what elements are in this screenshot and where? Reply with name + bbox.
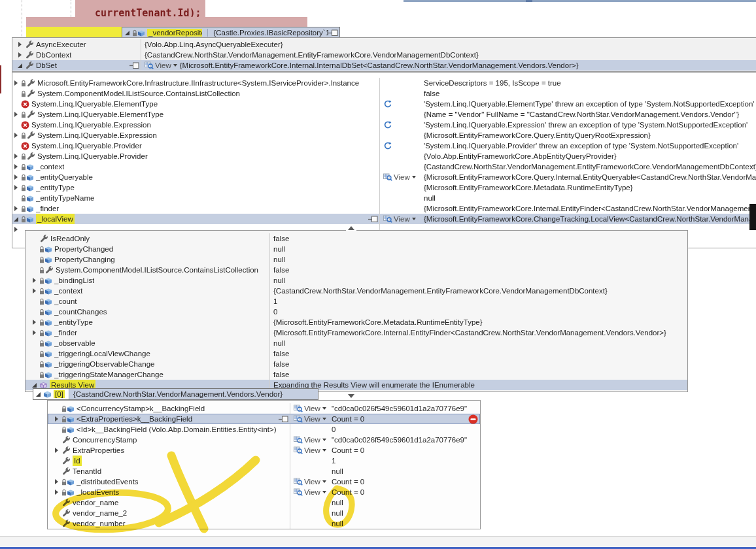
wrench-icon [61, 457, 71, 465]
tree-row-_bindinglist[interactable]: _bindingListnull [26, 275, 687, 286]
tree-row-dbset[interactable]: DbSetView{Microsoft.EntityFrameworkCore.… [12, 60, 756, 71]
view-link[interactable]: View [145, 60, 177, 71]
expander-collapsed-icon[interactable] [14, 133, 21, 138]
chevron-down-icon[interactable] [322, 407, 326, 410]
tree-row-_countchanges[interactable]: _countChanges0 [26, 307, 687, 317]
top-splitter-nub[interactable] [526, 0, 532, 2]
expander-collapsed-icon[interactable] [32, 320, 39, 325]
expander-collapsed-icon[interactable] [14, 227, 21, 232]
expander-collapsed-icon[interactable] [14, 206, 21, 211]
chevron-down-icon[interactable] [412, 176, 416, 178]
datatip-result-item[interactable]: [0] {CastandCrew.NorthStar.VendorManagem… [33, 388, 318, 400]
tree-row--concurrencystamp-k__backingfield[interactable]: <ConcurrencyStamp>k__BackingFieldView"cd… [48, 403, 480, 414]
view-link[interactable]: View [294, 403, 326, 414]
view-link[interactable]: View [294, 435, 326, 445]
tree-row-_finder[interactable]: _finder{Microsoft.EntityFrameworkCore.In… [12, 203, 756, 214]
lock-field-icon [39, 256, 52, 264]
tree-row-_entitytypename[interactable]: _entityTypeNamenull [12, 193, 756, 203]
tree-row-tenantid[interactable]: TenantIdnull [48, 466, 480, 476]
expander-collapsed-icon[interactable] [54, 448, 61, 453]
refresh-icon[interactable] [383, 142, 392, 150]
tree-row-system-linq-iqueryable-expression[interactable]: System.Linq.IQueryable.Expression'System… [12, 120, 756, 130]
pin-icon[interactable] [279, 416, 288, 423]
tree-row-concurrencystamp[interactable]: ConcurrencyStampView"cd0ca0c026f549c5960… [48, 435, 480, 445]
tree-row-_finder[interactable]: _finder{Microsoft.EntityFrameworkCore.In… [26, 327, 687, 338]
chevron-down-icon[interactable] [322, 439, 326, 441]
tree-row-_entitytype[interactable]: _entityType{Microsoft.EntityFrameworkCor… [12, 182, 756, 193]
expander-collapsed-icon[interactable] [32, 330, 39, 335]
expander-collapsed-icon[interactable] [18, 42, 25, 47]
expander-collapsed-icon[interactable] [14, 80, 21, 86]
expander-collapsed-icon[interactable] [18, 52, 25, 58]
tree-row-asyncexecuter[interactable]: AsyncExecuter{Volo.Abp.Linq.AsyncQueryab… [12, 39, 756, 50]
tree-row-_context[interactable]: _context{CastandCrew.NorthStar.VendorMan… [12, 161, 756, 172]
tree-row-_localview[interactable]: _localViewView{Microsoft.EntityFramework… [12, 214, 756, 224]
view-link[interactable]: View [294, 487, 326, 497]
tree-row--extraproperties-k__backingfield[interactable]: <ExtraProperties>k__BackingFieldViewCoun… [48, 414, 480, 424]
tree-row-system-componentmodel-ilistsource-containslistcollection[interactable]: System.ComponentModel.IListSource.Contai… [26, 265, 687, 275]
view-link[interactable]: View [294, 445, 326, 456]
expander-expanded-icon[interactable] [14, 217, 21, 222]
refresh-icon[interactable] [383, 100, 392, 108]
expander-collapsed-icon[interactable] [54, 479, 61, 484]
datatip-scroll-up[interactable] [346, 225, 356, 231]
expander-expanded-icon[interactable] [18, 63, 25, 68]
expander-collapsed-icon[interactable] [54, 416, 61, 422]
tree-row-vendor_name_2[interactable]: vendor_name_2null [48, 508, 480, 518]
chevron-down-icon[interactable] [412, 218, 416, 220]
member-value: {Microsoft.EntityFrameworkCore.Internal.… [180, 60, 579, 71]
expander-collapsed-icon[interactable] [14, 175, 21, 180]
tree-row--id-k__backingfield-volo-abp-domain-entities-entity-int-[interactable]: <Id>k__BackingField (Volo.Abp.Domain.Ent… [48, 424, 480, 435]
view-link[interactable]: View [383, 172, 416, 182]
tree-row-propertychanged[interactable]: PropertyChangednull [26, 244, 687, 254]
tree-row-_observable[interactable]: _observablenull [26, 338, 687, 348]
view-link[interactable]: View [383, 214, 416, 224]
remove-icon[interactable] [468, 414, 478, 424]
tree-row-microsoft-entityframeworkcore-infrastructure-iinfrastructure-system-iserviceprovider-instance[interactable]: Microsoft.EntityFrameworkCore.Infrastruc… [12, 78, 756, 88]
tree-row-system-linq-iqueryable-expression[interactable]: System.Linq.IQueryable.Expression{Micros… [12, 130, 756, 141]
view-link[interactable]: View [294, 414, 326, 424]
tree-row-_triggeringobservablechange[interactable]: _triggeringObservableChangefalse [26, 359, 687, 369]
tree-row-id[interactable]: Id1 [48, 456, 480, 466]
tree-row-system-linq-iqueryable-elementtype[interactable]: System.Linq.IQueryable.ElementType{Name … [12, 109, 756, 120]
expander-expanded-icon[interactable] [125, 31, 132, 35]
view-link[interactable]: View [294, 476, 326, 487]
expander-expanded-icon[interactable] [36, 392, 43, 397]
tree-row-dbcontext[interactable]: DbContext{CastandCrew.NorthStar.VendorMa… [12, 50, 756, 60]
tree-row-_triggeringstatemanagerchange[interactable]: _triggeringStateManagerChangefalse [26, 369, 687, 380]
tree-row-_count[interactable]: _count1 [26, 296, 687, 307]
expander-collapsed-icon[interactable] [14, 112, 21, 117]
expander-collapsed-icon[interactable] [54, 490, 61, 495]
pin-icon[interactable] [368, 216, 378, 223]
tree-row-vendor_number[interactable]: vendor_numbernull [48, 518, 480, 529]
tree-row-system-linq-iqueryable-provider[interactable]: System.Linq.IQueryable.Provider{Volo.Abp… [12, 151, 756, 161]
tree-row-isreadonly[interactable]: IsReadOnlyfalse [26, 233, 687, 244]
chevron-down-icon[interactable] [322, 418, 326, 420]
expander-collapsed-icon[interactable] [14, 164, 21, 169]
tree-row-_localevents[interactable]: _localEventsViewCount = 0 [48, 487, 480, 497]
chevron-down-icon[interactable] [322, 491, 326, 493]
tree-row-_entityqueryable[interactable]: _entityQueryableView{Microsoft.EntityFra… [12, 172, 756, 182]
tree-row-system-linq-iqueryable-provider[interactable]: System.Linq.IQueryable.Provider'System.L… [12, 141, 756, 151]
chevron-down-icon[interactable] [322, 480, 326, 483]
datatip-scroll-down[interactable] [346, 393, 356, 399]
pin-icon[interactable] [129, 62, 139, 69]
expander-collapsed-icon[interactable] [32, 288, 39, 293]
tree-row-vendor_name[interactable]: vendor_namenull [48, 497, 480, 508]
expander-collapsed-icon[interactable] [14, 154, 21, 159]
chevron-down-icon[interactable] [173, 64, 177, 67]
tree-row-propertychanging[interactable]: PropertyChangingnull [26, 254, 687, 265]
expander-expanded-icon[interactable] [32, 383, 39, 388]
refresh-icon[interactable] [383, 121, 392, 129]
pin-icon[interactable] [328, 29, 338, 37]
expander-collapsed-icon[interactable] [32, 278, 39, 283]
tree-row-_entitytype[interactable]: _entityType{Microsoft.EntityFrameworkCor… [26, 317, 687, 327]
tree-row-_distributedevents[interactable]: _distributedEventsViewCount = 0 [48, 476, 480, 487]
chevron-down-icon[interactable] [322, 449, 326, 452]
tree-row-system-linq-iqueryable-elementtype[interactable]: System.Linq.IQueryable.ElementType'Syste… [12, 99, 756, 109]
tree-row-_triggeringlocalviewchange[interactable]: _triggeringLocalViewChangefalse [26, 348, 687, 359]
expander-collapsed-icon[interactable] [14, 185, 21, 190]
tree-row-extraproperties[interactable]: ExtraPropertiesViewCount = 0 [48, 445, 480, 456]
tree-row-_context[interactable]: _context{CastandCrew.NorthStar.VendorMan… [26, 286, 687, 296]
tree-row-system-componentmodel-ilistsource-containslistcollection[interactable]: System.ComponentModel.IListSource.Contai… [12, 88, 756, 99]
